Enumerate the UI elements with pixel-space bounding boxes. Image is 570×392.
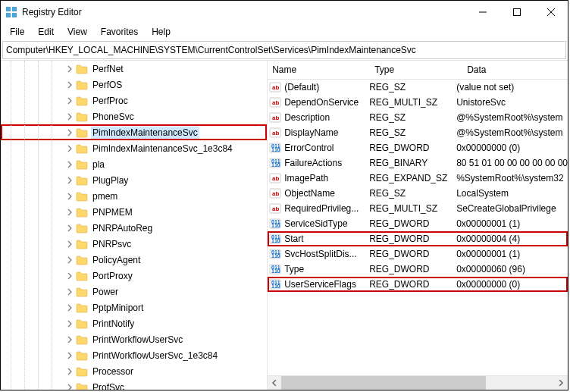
minimize-button[interactable] xyxy=(465,2,500,23)
value-data: 0x00000001 (1) xyxy=(452,249,568,259)
chevron-right-icon[interactable] xyxy=(65,112,74,121)
value-row[interactable]: 011110ErrorControlREG_DWORD0x00000000 (0… xyxy=(268,140,568,155)
chevron-right-icon[interactable] xyxy=(65,64,74,74)
tree-label: PrintWorkflowUserSvc_1e3c84 xyxy=(91,350,219,362)
chevron-right-icon[interactable] xyxy=(65,96,74,105)
chevron-right-icon[interactable] xyxy=(65,80,74,89)
menu-favorites[interactable]: Favorites xyxy=(95,25,144,39)
value-name: ErrorControl xyxy=(284,143,334,153)
chevron-right-icon[interactable] xyxy=(65,208,74,217)
tree-item[interactable]: PrintNotify xyxy=(1,315,267,331)
value-row[interactable]: 011110StartREG_DWORD0x00000004 (4) xyxy=(268,231,568,246)
value-data: LocalSystem xyxy=(452,188,568,199)
value-row[interactable]: ab(Default)REG_SZ(value not set) xyxy=(268,80,568,95)
tree-item[interactable]: PrintWorkflowUserSvc_1e3c84 xyxy=(1,347,267,363)
svg-text:110: 110 xyxy=(271,223,280,228)
value-row[interactable]: 011110SvcHostSplitDis...REG_DWORD0x00000… xyxy=(268,246,568,262)
chevron-right-icon[interactable] xyxy=(65,256,74,265)
value-row[interactable]: abObjectNameREG_SZLocalSystem xyxy=(268,186,568,201)
value-data: 0x00000000 (0) xyxy=(452,143,568,153)
chevron-right-icon[interactable] xyxy=(65,319,74,328)
scroll-thumb[interactable] xyxy=(281,376,486,390)
chevron-right-icon[interactable] xyxy=(65,383,74,390)
chevron-right-icon[interactable] xyxy=(65,367,74,376)
tree-item[interactable]: Processor xyxy=(1,363,267,379)
value-row[interactable]: abDisplayNameREG_SZ@%SystemRoot%\system xyxy=(268,125,568,140)
value-type: REG_BINARY xyxy=(365,158,452,168)
string-value-icon: ab xyxy=(269,81,281,93)
tree-item[interactable]: PerfNet xyxy=(1,61,267,77)
menu-file[interactable]: File xyxy=(4,25,30,39)
tree-item[interactable]: pmem xyxy=(1,188,267,204)
tree-item[interactable]: PimIndexMaintenanceSvc xyxy=(1,124,267,140)
chevron-right-icon[interactable] xyxy=(65,128,74,137)
chevron-right-icon[interactable] xyxy=(65,176,74,185)
value-data: 0x00000001 (1) xyxy=(452,218,568,229)
chevron-right-icon[interactable] xyxy=(65,351,74,360)
value-list[interactable]: ab(Default)REG_SZ(value not set)abDepend… xyxy=(268,80,568,375)
binary-value-icon: 011110 xyxy=(269,263,281,275)
tree-item[interactable]: pla xyxy=(1,156,267,172)
chevron-right-icon[interactable] xyxy=(65,192,74,201)
tree-label: ProfSvc xyxy=(91,381,126,390)
chevron-right-icon[interactable] xyxy=(65,287,74,296)
tree-item[interactable]: PerfOS xyxy=(1,77,267,93)
tree-item[interactable]: Power xyxy=(1,284,267,299)
scroll-left-icon[interactable] xyxy=(268,376,281,390)
tree-item[interactable]: PortProxy xyxy=(1,268,267,284)
value-row[interactable]: 011110TypeREG_DWORD0x00000060 (96) xyxy=(268,262,568,277)
chevron-right-icon[interactable] xyxy=(65,240,74,249)
column-name[interactable]: Name xyxy=(268,61,370,79)
value-name: RequiredPrivileg... xyxy=(284,203,359,214)
tree-item[interactable]: PptpMiniport xyxy=(1,299,267,315)
tree-item[interactable]: PNPMEM xyxy=(1,204,267,220)
svg-rect-1 xyxy=(12,7,17,11)
value-row[interactable]: abRequiredPrivileg...REG_MULTI_SZSeCreat… xyxy=(268,201,568,216)
menu-view[interactable]: View xyxy=(61,25,93,39)
value-row[interactable]: abDescriptionREG_SZ@%SystemRoot%\system xyxy=(268,110,568,125)
binary-value-icon: 011110 xyxy=(269,278,281,290)
svg-text:110: 110 xyxy=(271,147,280,152)
menu-help[interactable]: Help xyxy=(146,25,177,39)
chevron-right-icon[interactable] xyxy=(65,303,74,312)
tree-item[interactable]: PlugPlay xyxy=(1,172,267,188)
address-bar[interactable]: Computer\HKEY_LOCAL_MACHINE\SYSTEM\Curre… xyxy=(2,41,566,59)
tree-label: PerfOS xyxy=(91,79,124,91)
chevron-right-icon[interactable] xyxy=(65,224,74,233)
svg-text:110: 110 xyxy=(271,253,280,259)
close-button[interactable] xyxy=(534,2,568,23)
folder-icon xyxy=(76,271,88,281)
svg-rect-3 xyxy=(12,13,17,17)
tree-label: pmem xyxy=(91,190,119,202)
tree-item[interactable]: PrintWorkflowUserSvc xyxy=(1,331,267,347)
maximize-button[interactable] xyxy=(500,2,534,23)
tree-item[interactable]: PNRPsvc xyxy=(1,236,267,252)
chevron-right-icon[interactable] xyxy=(65,144,74,153)
binary-value-icon: 011110 xyxy=(269,248,281,260)
column-type[interactable]: Type xyxy=(370,61,462,79)
horizontal-scrollbar[interactable] xyxy=(268,375,568,390)
tree-view[interactable]: PerfNetPerfOSPerfProcPhoneSvcPimIndexMai… xyxy=(1,61,268,390)
scroll-right-icon[interactable] xyxy=(554,376,568,390)
scroll-track[interactable] xyxy=(281,376,554,390)
value-type: REG_MULTI_SZ xyxy=(365,203,452,214)
tree-item[interactable]: PNRPAutoReg xyxy=(1,220,267,236)
chevron-right-icon[interactable] xyxy=(65,335,74,344)
folder-icon xyxy=(76,207,88,218)
value-row[interactable]: 011110UserServiceFlagsREG_DWORD0x0000000… xyxy=(268,277,568,292)
tree-item[interactable]: ProfSvc xyxy=(1,379,267,390)
value-row[interactable]: 011110ServiceSidTypeREG_DWORD0x00000001 … xyxy=(268,216,568,231)
column-data[interactable]: Data xyxy=(462,61,568,79)
tree-item[interactable]: PimIndexMaintenanceSvc_1e3c84 xyxy=(1,140,267,156)
menu-edit[interactable]: Edit xyxy=(32,25,60,39)
chevron-right-icon[interactable] xyxy=(65,160,74,169)
value-row[interactable]: abImagePathREG_EXPAND_SZ%SystemRoot%\sys… xyxy=(268,171,568,186)
tree-item[interactable]: PerfProc xyxy=(1,93,267,108)
tree-item[interactable]: PolicyAgent xyxy=(1,252,267,268)
svg-text:ab: ab xyxy=(272,190,279,197)
value-row[interactable]: 011110FailureActionsREG_BINARY80 51 01 0… xyxy=(268,155,568,171)
tree-label: PrintWorkflowUserSvc xyxy=(91,334,184,346)
value-row[interactable]: abDependOnServiceREG_MULTI_SZUnistoreSvc xyxy=(268,95,568,110)
chevron-right-icon[interactable] xyxy=(65,271,74,281)
tree-item[interactable]: PhoneSvc xyxy=(1,108,267,124)
